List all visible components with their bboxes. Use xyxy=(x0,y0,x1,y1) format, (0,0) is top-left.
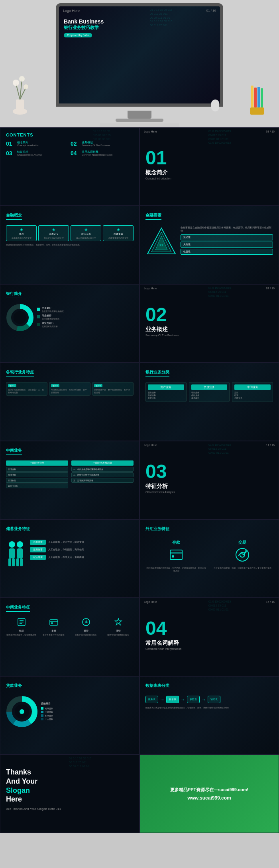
concept-desc-2: 基本定义描述内容文字 xyxy=(40,237,67,239)
svg-point-25 xyxy=(9,541,15,548)
svg-point-6 xyxy=(19,76,25,82)
slide-bank-intro-content: 银行简介 中央银行 负责货币政策和金融稳定 xyxy=(0,285,139,362)
db-box-4: 辅助表 xyxy=(208,696,220,703)
contents-item-3: 03 特征分析 Characteristics Analysis xyxy=(6,150,69,156)
svg-rect-34 xyxy=(170,552,182,554)
slide-contents-content: CONTENTS 01 概念简介 Concept Introduction 02… xyxy=(0,128,139,205)
finance-item-1: 流动性 xyxy=(181,234,273,240)
biz-col-item-2-1: 存款业务 xyxy=(191,391,228,394)
loan-list-title: 贷款细目 xyxy=(41,702,134,706)
svg-point-7 xyxy=(24,84,28,89)
loan-dot-4 xyxy=(41,718,43,720)
biz-col-header-3: 中间业务 xyxy=(234,384,271,390)
loan-item-4: 个人贷款 xyxy=(41,718,134,720)
db-box-2: 目录表 xyxy=(166,696,179,703)
mid-feat-item-4: 理财 提供专业的理财顾问服务 xyxy=(103,617,134,636)
slide-loan: 贷款业务 贷款细目 短期贷款 xyxy=(0,676,140,755)
biz-col-item-1-3: 租赁业务 xyxy=(148,397,184,399)
slide-jrgnian-content: 金融概念 ◈ 概念 基本概念描述内容文字 ◈ 基本定义 基本定义描述内容文字 ◈… xyxy=(0,206,139,284)
bank-intro-title: 银行简介 xyxy=(6,291,22,298)
intro-02-num: 02 xyxy=(145,305,273,324)
loan-dot-3 xyxy=(41,714,43,717)
db-arrow-3: → xyxy=(201,697,206,702)
bank-dot-3 xyxy=(37,323,40,326)
mid-item-3: 代理收付 xyxy=(6,478,68,483)
db-desc: 数据库表分类是银行信息系统的重要组成部分，包含账务、目录、参数和辅助等多种类型表… xyxy=(145,706,273,709)
slide-intro-02: Logo Here 07 / 16 01 0 15 02 05 01506 01… xyxy=(140,284,279,363)
svg-point-46 xyxy=(85,621,87,623)
forex-desc-2: 外汇交易包括即期、远期、掉期等多种交易方式，支持多币种操作 xyxy=(212,567,273,570)
bank-desc-1: 负责货币政策和金融稳定 xyxy=(42,310,64,312)
promo-url: www.sucai999.com xyxy=(187,795,231,801)
slide-thanks: ThanksAnd Your Slogan Here 015 Thanks An… xyxy=(0,755,140,833)
slide-intro-01: Logo Here 03 / 16 01 0 15 02 05 01506 01… xyxy=(140,127,279,206)
slide-bank-intro: 银行简介 中央银行 负责货币政策和金融稳定 xyxy=(0,284,140,363)
contents-label-1: 概念简介 xyxy=(17,140,39,144)
concept-label-2: 基本定义 xyxy=(40,232,67,236)
mid-col-1: 中间业务分类 代理业务 代理清算 代理收付 银行卡业务 xyxy=(6,460,68,489)
contents-matrix: 01 0 15 02 05015 06 012 25011 00 00 011 xyxy=(91,128,139,205)
svg-rect-28 xyxy=(12,558,15,566)
contents-sub-3: Characteristics Analysis xyxy=(17,154,42,156)
bank-item-1: 中央银行 负责货币政策和金融稳定 xyxy=(37,306,134,312)
contents-num-3: 03 xyxy=(6,150,16,156)
slide-intro-02-content: Logo Here 07 / 16 01 0 15 02 05 01506 01… xyxy=(140,285,279,362)
svg-point-35 xyxy=(172,555,174,558)
bank-item-2: 商业银行 提供储蓄和贷款服务 xyxy=(37,314,134,320)
screen-title-area: Bank Business 银行业务技巧教学 Prepared by John xyxy=(64,18,104,38)
forex-col-title-1: 存款 xyxy=(145,540,207,545)
mid-feat-label-4: 理财 xyxy=(103,629,134,633)
mid-feat-item-2: 支付 支持各类支付方式和渠道 xyxy=(38,617,69,636)
forex-content: 存款 外汇存款是指境内外币存款，包括活期、定期等多种形式，利率由市场决定 交易 xyxy=(145,540,273,572)
concept-desc-3: 核心元素描述内容文字 xyxy=(73,237,99,239)
mid-feat-icon-1 xyxy=(6,617,37,628)
contents-num-1: 01 xyxy=(6,140,16,147)
contents-num-4: 04 xyxy=(71,150,80,156)
concept-grid: ◈ 概念 基本概念描述内容文字 ◈ 基本定义 基本定义描述内容文字 ◈ 核心元素… xyxy=(6,225,134,241)
svg-rect-42 xyxy=(50,620,58,625)
bank-dot-1 xyxy=(37,308,40,311)
biz-col-3: 中间业务 汇款 结算 代理业务 xyxy=(232,382,273,402)
contents-label-3: 特征分析 xyxy=(17,150,42,154)
bank-desc-3: 支持国家政策目标 xyxy=(42,325,58,328)
loan-text-1: 短期贷款 xyxy=(45,707,53,710)
bank-tag-row-3: 银行3 xyxy=(94,384,132,387)
contents-sub-1: Concept Introduction xyxy=(17,144,39,146)
forex-col-1: 存款 外汇存款是指境内外币存款，包括活期、定期等多种形式，利率由市场决定 xyxy=(145,540,207,572)
biz-col-item-2-2: 借款业务 xyxy=(191,394,228,396)
slide-biz-types: 银行业务分类 资产业务 贷款业务 投资业务 租赁业务 负债业务 存款业务 借款业… xyxy=(140,363,279,441)
concept-desc-4: 构建要素描述内容文字 xyxy=(105,237,132,239)
slide-jryaosu-content: 金融要素 要素 金融要素是在金融活动中起基础作用的各种要素，包括货币、信用和利率… xyxy=(140,206,279,284)
svg-line-2 xyxy=(16,84,20,99)
bank-tag-3: 银行3 xyxy=(94,384,102,387)
mid-feat-item-1: 结算 提供多种结算服务，安全便捷高效 xyxy=(6,617,37,636)
loan-list: 贷款细目 短期贷款 中期贷款 长期贷款 个人贷 xyxy=(41,702,134,722)
mid-feat-icon-4 xyxy=(103,617,134,628)
mid-feat-desc-2: 支持各类支付方式和渠道 xyxy=(38,634,69,636)
svg-point-36 xyxy=(236,548,249,561)
feature-box-1: 银行1 提供多元化金融服务，业务覆盖广泛，服务网络完善 xyxy=(6,382,47,396)
promo-text: 更多精品PPT资源尽在—sucai999.com! xyxy=(170,787,248,793)
mid-header-2: 中间业务发展趋势 xyxy=(71,460,134,466)
mid-feat-label-3: 融资 xyxy=(71,629,101,633)
mid-feat-item-3: 融资 为客户提供融资顾问服务 xyxy=(71,617,101,636)
slide-promo: 更多精品PPT资源尽在—sucai999.com! www.sucai999.c… xyxy=(140,755,279,833)
concept-icon-2: ◈ xyxy=(40,227,67,232)
svg-rect-11 xyxy=(261,88,263,107)
screen-button: Prepared by John xyxy=(64,33,92,37)
biz-col-header-2: 负债业务 xyxy=(191,384,228,390)
concept-icon-3: ◈ xyxy=(73,227,99,232)
database-title: 数据库表分类 xyxy=(145,683,169,690)
db-arrow-1: → xyxy=(160,697,165,702)
savings-tag-1: 活期储蓄 xyxy=(30,540,46,545)
matrix-bg: 01 0 15 02 05 01506 012 25 01100 00 011 … xyxy=(148,6,220,103)
forex-desc-1: 外汇存款是指境内外币存款，包括活期、定期等多种形式，利率由市场决定 xyxy=(145,567,207,572)
monitor-screen: 01 0 15 02 05 01506 012 25 01100 00 011 … xyxy=(59,6,220,103)
monitor-base xyxy=(116,119,163,122)
slide-intro-04-content: Logo Here 15 / 16 01 0 15 02 05 01506 01… xyxy=(140,598,279,676)
mid-features-title: 中间业务特征 xyxy=(6,605,30,612)
svg-text:要素: 要素 xyxy=(159,244,163,246)
mid-header-1: 中间业务分类 xyxy=(6,460,68,466)
mid-feat-label-1: 结算 xyxy=(6,629,37,633)
savings-list: 活期储蓄 人工存取款，灵活方便，随时支取 定期储蓄 人工存取款，存期固定，利率较… xyxy=(30,540,134,562)
